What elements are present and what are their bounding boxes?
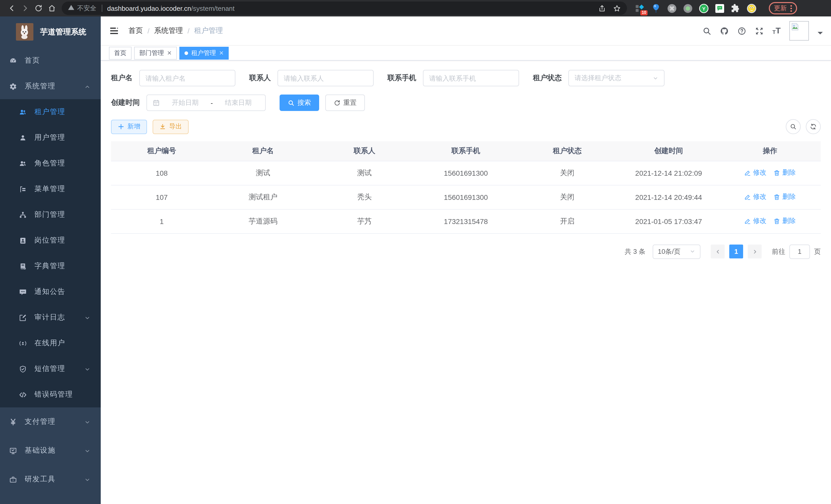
sidebar-item-notice[interactable]: 通知公告 xyxy=(0,279,101,305)
security-label[interactable]: 不安全 xyxy=(77,4,96,12)
not-secure-warning-icon xyxy=(68,4,75,12)
sidebar-item-label: 首页 xyxy=(25,56,90,65)
search-icon[interactable] xyxy=(703,26,711,35)
sidebar-item-audit-log[interactable]: 审计日志 xyxy=(0,305,101,330)
browser-toolbar: 不安全 dashboard.yudao.iocoder.cn/system/te… xyxy=(0,0,831,17)
close-icon[interactable]: ✕ xyxy=(219,50,224,56)
prev-page-button[interactable] xyxy=(711,244,725,259)
command-extension-icon[interactable]: ⌘ xyxy=(667,3,677,13)
date-end-placeholder[interactable]: 结束日期 xyxy=(217,98,260,108)
delete-link[interactable]: 删除 xyxy=(774,168,796,178)
contact-label: 联系人 xyxy=(249,73,271,83)
font-size-icon[interactable]: TT xyxy=(772,27,781,35)
refresh-table-button[interactable] xyxy=(806,119,821,134)
browser-menu-icon[interactable] xyxy=(791,5,792,11)
tab-home[interactable]: 首页 xyxy=(109,47,132,59)
browser-update-button[interactable]: 更新 xyxy=(769,2,797,14)
chevron-down-icon xyxy=(84,447,90,454)
date-start-placeholder[interactable]: 开始日期 xyxy=(164,98,207,108)
sidebar-item-user[interactable]: 用户管理 xyxy=(0,125,101,151)
edit-link[interactable]: 修改 xyxy=(744,192,767,202)
sidebar-item-post[interactable]: 岗位管理 xyxy=(0,228,101,253)
delete-link[interactable]: 删除 xyxy=(774,192,796,202)
create-time-label: 创建时间 xyxy=(111,98,140,108)
next-page-button[interactable] xyxy=(748,244,762,259)
sidebar-item-home[interactable]: 首页 xyxy=(0,48,101,73)
search-button[interactable]: 搜索 xyxy=(280,94,319,111)
tab-tenant[interactable]: 租户管理 ✕ xyxy=(179,47,229,59)
edit-link[interactable]: 修改 xyxy=(744,168,767,178)
edit-link[interactable]: 修改 xyxy=(744,216,767,226)
tenant-name-label: 租户名 xyxy=(111,73,133,83)
balloon-extension-icon[interactable] xyxy=(651,3,661,13)
sidebar-item-label: 角色管理 xyxy=(34,159,90,168)
status-select[interactable]: 请选择租户状态 xyxy=(568,70,664,86)
sidebar-item-menu[interactable]: 菜单管理 xyxy=(0,176,101,202)
status-placeholder: 请选择租户状态 xyxy=(575,73,621,83)
tenant-name-input-wrap xyxy=(139,70,235,86)
url-path[interactable]: /system/tenant xyxy=(191,4,235,12)
share-icon[interactable] xyxy=(598,4,606,12)
calendar-icon xyxy=(153,99,160,106)
back-icon[interactable] xyxy=(5,2,19,15)
plus-icon xyxy=(118,123,124,130)
forward-icon[interactable] xyxy=(19,2,32,15)
sidebar-toggle-icon[interactable] xyxy=(109,26,119,36)
sidebar-item-tenant[interactable]: 租户管理 xyxy=(0,99,101,125)
breadcrumb-home[interactable]: 首页 xyxy=(128,26,143,35)
page-number-button[interactable]: 1 xyxy=(729,244,743,259)
cell-created: 2021-12-14 20:49:44 xyxy=(618,185,719,209)
url-host[interactable]: dashboard.yudao.iocoder.cn xyxy=(107,4,191,12)
contact-input[interactable] xyxy=(284,74,368,82)
toggle-search-button[interactable] xyxy=(786,119,801,134)
filter-row-1: 租户名 联系人 联系手机 xyxy=(111,70,821,86)
sidebar-item-dict[interactable]: 字典管理 xyxy=(0,253,101,279)
reload-icon[interactable] xyxy=(32,2,45,15)
address-bar[interactable]: 不安全 dashboard.yudao.iocoder.cn/system/te… xyxy=(62,2,627,15)
diamond-extension-icon[interactable]: 10 xyxy=(635,3,645,13)
tab-dept[interactable]: 部门管理 ✕ xyxy=(134,47,177,59)
refresh-icon xyxy=(334,99,340,106)
error-code-icon xyxy=(19,391,27,398)
infrastructure-icon xyxy=(9,447,17,454)
yuque-extension-icon[interactable]: Y xyxy=(699,3,709,13)
audit-log-icon xyxy=(19,314,27,321)
page-size-select[interactable]: 10条/页 xyxy=(653,244,700,259)
help-icon[interactable] xyxy=(738,26,746,35)
payment-icon xyxy=(9,418,17,426)
add-button[interactable]: 新增 xyxy=(111,119,147,134)
gauge-icon xyxy=(9,57,17,64)
profile-avatar-icon[interactable] xyxy=(747,3,756,13)
delete-link[interactable]: 删除 xyxy=(774,216,796,226)
sidebar-item-infrastructure[interactable]: 基础设施 xyxy=(0,436,101,465)
sidebar-item-role[interactable]: 角色管理 xyxy=(0,151,101,176)
sidebar-item-dept[interactable]: 部门管理 xyxy=(0,202,101,228)
home-icon[interactable] xyxy=(45,2,59,15)
sidebar-item-error-code[interactable]: 错误码管理 xyxy=(0,382,101,407)
recorder-extension-icon[interactable] xyxy=(683,3,693,13)
sidebar-item-online-user[interactable]: 在线用户 xyxy=(0,330,101,356)
github-icon[interactable] xyxy=(720,26,729,35)
cell-actions: 修改删除 xyxy=(719,209,821,233)
sidebar-item-dev-tools[interactable]: 研发工具 xyxy=(0,465,101,494)
tab-label: 首页 xyxy=(114,49,126,57)
goto-page-input[interactable] xyxy=(790,244,810,259)
chat-extension-icon[interactable] xyxy=(715,3,725,13)
fullscreen-icon[interactable] xyxy=(755,26,764,35)
reset-button[interactable]: 重置 xyxy=(325,94,365,111)
date-range-picker[interactable]: 开始日期 - 结束日期 xyxy=(146,94,266,111)
breadcrumb-system[interactable]: 系统管理 xyxy=(154,26,183,35)
bookmark-star-icon[interactable] xyxy=(613,4,621,12)
tenant-name-input[interactable] xyxy=(145,74,229,82)
mobile-input[interactable] xyxy=(429,74,513,82)
extensions-puzzle-icon[interactable] xyxy=(731,3,741,13)
close-icon[interactable]: ✕ xyxy=(167,50,172,56)
org-chart-icon xyxy=(19,211,27,218)
sidebar-item-payment[interactable]: 支付管理 xyxy=(0,407,101,436)
app-logo-row[interactable]: 芋道管理系统 xyxy=(0,17,101,42)
export-button[interactable]: 导出 xyxy=(153,119,189,134)
sidebar-item-system[interactable]: 系统管理 xyxy=(0,73,101,99)
avatar[interactable] xyxy=(790,21,809,40)
avatar-caret-icon[interactable] xyxy=(818,32,823,37)
sidebar-item-sms[interactable]: 短信管理 xyxy=(0,356,101,382)
